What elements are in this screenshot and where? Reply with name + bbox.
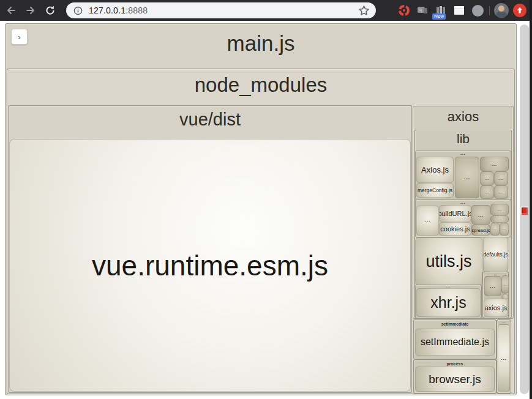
treemap-cell-ellipsis[interactable]: ... bbox=[480, 157, 509, 171]
treemap-cell-vue-runtime[interactable]: vue.runtime.esm.js bbox=[9, 139, 411, 392]
subgroup-1-title[interactable]: ... bbox=[416, 151, 511, 156]
treemap-cell-spread[interactable]: spread.js bbox=[471, 225, 490, 236]
treemap-cell-axios-entry[interactable]: axios.js bbox=[484, 299, 508, 317]
bookmark-button[interactable] bbox=[358, 5, 370, 19]
treemap-cell-ellipsis[interactable]: ... bbox=[490, 223, 500, 236]
info-icon bbox=[73, 6, 83, 15]
forward-icon bbox=[25, 5, 36, 16]
treemap-cell-ellipsis[interactable]: ... bbox=[501, 275, 509, 294]
url-port: :8888 bbox=[126, 6, 148, 15]
treemap-cell-ellipsis[interactable]: ... bbox=[480, 185, 494, 199]
group-title-setimmediate[interactable]: setimmediate bbox=[414, 320, 496, 326]
extension-window-button[interactable] bbox=[452, 3, 466, 18]
toolbar-divider bbox=[489, 6, 490, 15]
profile-avatar-button[interactable] bbox=[494, 3, 509, 18]
browser-update-button[interactable] bbox=[512, 3, 527, 18]
window-icon bbox=[454, 6, 464, 15]
star-icon bbox=[358, 5, 370, 17]
group-narrow-title[interactable]: .. bbox=[497, 320, 511, 324]
treemap-cell-ellipsis[interactable]: ... bbox=[455, 157, 479, 198]
treemap-cell-ellipsis[interactable]: ... bbox=[494, 185, 508, 199]
treemap-cell-cookies[interactable]: cookies.js bbox=[439, 222, 471, 236]
group-title-node-modules[interactable]: node_modules bbox=[7, 69, 514, 97]
treemap-cell-xhr[interactable]: xhr.js bbox=[416, 288, 481, 317]
treemap-cell-utils[interactable]: utils.js bbox=[415, 237, 482, 285]
treemap-cell-ellipsis[interactable]: ... bbox=[416, 206, 439, 236]
treemap-cell-ellipsis[interactable]: ... bbox=[490, 215, 509, 223]
sidebar-toggle-button[interactable]: › bbox=[11, 29, 28, 45]
extension-chat-button[interactable]: q bbox=[415, 3, 430, 18]
treemap-cell-ellipsis[interactable]: ... bbox=[484, 276, 501, 296]
group-title-process[interactable]: process bbox=[414, 360, 496, 366]
group-title-vue-dist[interactable]: vue/dist bbox=[9, 106, 411, 130]
extension-reading-list-button[interactable]: New bbox=[433, 3, 448, 18]
gray-circle-icon bbox=[472, 5, 484, 17]
treemap-cell-defaults[interactable]: defaults.js bbox=[483, 237, 508, 272]
group-title-axios[interactable]: axios bbox=[413, 106, 513, 125]
treemap-cell-ellipsis[interactable]: ... bbox=[490, 204, 509, 215]
treemap-cell-browser-file[interactable]: browser.js bbox=[415, 367, 495, 392]
group-title-lib[interactable]: lib bbox=[415, 130, 511, 146]
treemap-cell-ellipsis[interactable]: ... bbox=[498, 324, 510, 392]
url-host: 127.0.0.1 bbox=[89, 6, 126, 15]
back-button[interactable] bbox=[2, 2, 20, 19]
avatar bbox=[494, 3, 509, 18]
scrollbar-marker-icon bbox=[520, 206, 528, 215]
treemap-cell-ellipsis[interactable]: ... bbox=[480, 171, 494, 185]
extension-circle-button[interactable] bbox=[470, 3, 485, 18]
extension-area: q New bbox=[395, 0, 532, 21]
treemap-cell-axios-core[interactable]: Axios.js bbox=[416, 157, 454, 183]
back-icon bbox=[6, 5, 17, 16]
treemap-cell-ellipsis[interactable]: ... bbox=[494, 171, 508, 185]
treemap-cell-ellipsis[interactable]: ... bbox=[500, 223, 509, 236]
chat-bubbles-icon: q bbox=[418, 7, 427, 15]
window-right-edge bbox=[530, 0, 532, 399]
site-info-button[interactable] bbox=[73, 6, 83, 15]
red-swirl-icon bbox=[398, 4, 410, 17]
reload-icon bbox=[45, 5, 56, 16]
url-text: 127.0.0.1:8888 bbox=[89, 6, 148, 15]
update-arrow-icon bbox=[513, 4, 526, 17]
extension-red-swirl-button[interactable] bbox=[397, 3, 411, 18]
treemap-cell-build-url[interactable]: buildURL.js bbox=[439, 205, 471, 222]
url-bar[interactable]: 127.0.0.1:8888 bbox=[66, 2, 376, 18]
forward-button[interactable] bbox=[22, 2, 39, 19]
treemap-cell-merge-config[interactable]: mergeConfig.js bbox=[416, 183, 454, 198]
new-badge: New bbox=[432, 13, 446, 20]
reload-button[interactable] bbox=[42, 2, 59, 19]
treemap-cell-ellipsis[interactable]: ... bbox=[471, 205, 490, 225]
browser-toolbar: 127.0.0.1:8888 q New bbox=[0, 0, 532, 21]
treemap-cell-setimmediate-file[interactable]: setImmediate.js bbox=[415, 329, 495, 356]
group-title-main-js[interactable]: main.js bbox=[6, 24, 516, 56]
